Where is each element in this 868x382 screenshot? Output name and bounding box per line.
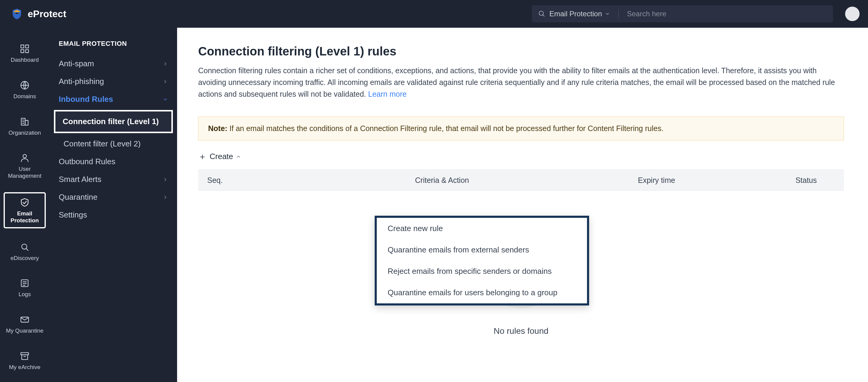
- globe-icon: [19, 79, 31, 91]
- svg-rect-12: [25, 120, 28, 125]
- chevron-down-icon: [163, 97, 168, 102]
- search-group[interactable]: Email Protection: [532, 5, 833, 22]
- secnav-item-label: Settings: [59, 210, 87, 219]
- mail-block-icon: [19, 314, 31, 326]
- secnav-sub-content-filter[interactable]: Content filter (Level 2): [50, 135, 177, 153]
- secnav-sub-label: Connection filter (Level 1): [63, 117, 159, 126]
- create-dropdown: Create new rule Quarantine emails from e…: [375, 216, 589, 305]
- chevron-down-icon: [605, 11, 610, 16]
- rail-label: Logs: [19, 291, 31, 298]
- svg-point-1: [15, 13, 16, 14]
- plus-icon: ＋: [198, 152, 207, 161]
- secnav-item-smart-alerts[interactable]: Smart Alerts: [50, 171, 177, 188]
- rail-label: My eArchive: [9, 364, 41, 371]
- search-scope-label: Email Protection: [549, 10, 602, 18]
- secnav-item-antispam[interactable]: Anti-spam: [50, 55, 177, 72]
- page-description-text: Connection filtering rules contain a ric…: [198, 66, 835, 98]
- rail-label: Dashboard: [11, 57, 39, 64]
- brand-name: eProtect: [28, 8, 66, 20]
- logs-icon: [19, 277, 31, 289]
- create-menu-reject-senders[interactable]: Reject emails from specific senders or d…: [377, 261, 587, 282]
- rail-item-user-management[interactable]: User Management: [4, 149, 46, 182]
- rail-item-dashboard[interactable]: Dashboard: [4, 40, 46, 66]
- divider: [618, 9, 619, 19]
- secnav-item-inbound-rules[interactable]: Inbound Rules: [50, 90, 177, 108]
- svg-rect-24: [21, 353, 29, 355]
- chevron-up-icon: [236, 154, 241, 159]
- rail-label: Email Protection: [6, 210, 43, 224]
- building-icon: [19, 116, 31, 128]
- rail-label: eDiscovery: [10, 255, 39, 262]
- search-doc-icon: [19, 241, 31, 253]
- rail-label: Organization: [8, 129, 41, 137]
- svg-line-4: [543, 15, 545, 16]
- search-input[interactable]: [627, 10, 827, 18]
- table-header: Seq. Criteria & Action Expiry time Statu…: [198, 170, 844, 191]
- rail-nav: Dashboard Domains Organization User Mana…: [0, 28, 50, 382]
- chevron-right-icon: [163, 195, 168, 200]
- rail-item-logs[interactable]: Logs: [4, 274, 46, 301]
- user-icon: [19, 152, 31, 164]
- secnav-item-label: Quarantine: [59, 193, 98, 202]
- svg-line-18: [26, 248, 28, 251]
- rail-label: My Quarantine: [6, 327, 44, 334]
- secnav-item-quarantine[interactable]: Quarantine: [50, 188, 177, 206]
- archive-icon: [19, 350, 31, 362]
- th-expiry: Expiry time: [638, 176, 765, 185]
- chevron-right-icon: [163, 61, 168, 66]
- secnav-sub-label: Content filter (Level 2): [64, 139, 141, 148]
- note-text: If an email matches the conditions of a …: [229, 124, 663, 133]
- topbar: eProtect Email Protection: [0, 0, 868, 28]
- secnav-item-outbound-rules[interactable]: Outbound Rules: [50, 153, 177, 171]
- secnav-item-settings[interactable]: Settings: [50, 206, 177, 224]
- search-scope-dropdown[interactable]: Email Protection: [549, 10, 610, 18]
- note-label: Note:: [208, 124, 227, 133]
- svg-point-16: [23, 154, 26, 158]
- create-menu-new-rule[interactable]: Create new rule: [377, 218, 587, 239]
- chevron-right-icon: [163, 79, 168, 84]
- th-status: Status: [796, 176, 817, 185]
- rail-item-my-quarantine[interactable]: My Quarantine: [4, 311, 46, 337]
- svg-rect-7: [21, 50, 24, 53]
- secnav-item-label: Anti-phishing: [59, 77, 104, 86]
- secnav-item-label: Smart Alerts: [59, 175, 101, 184]
- search-icon: [538, 10, 545, 18]
- note-banner: Note: If an email matches the conditions…: [198, 117, 844, 140]
- rail-label: Domains: [13, 93, 36, 100]
- secondary-nav-title: EMAIL PROTECTION: [50, 37, 177, 55]
- secondary-nav: EMAIL PROTECTION Anti-spam Anti-phishing…: [50, 28, 177, 382]
- brand: eProtect: [11, 8, 66, 20]
- dashboard-icon: [19, 43, 31, 55]
- create-button[interactable]: ＋ Create: [198, 149, 844, 164]
- create-menu-quarantine-external[interactable]: Quarantine emails from external senders: [377, 239, 587, 261]
- learn-more-link[interactable]: Learn more: [368, 90, 407, 98]
- create-label: Create: [210, 152, 233, 161]
- svg-point-2: [18, 13, 19, 14]
- secnav-item-label: Anti-spam: [59, 59, 94, 68]
- rail-item-domains[interactable]: Domains: [4, 76, 46, 103]
- rail-label: User Management: [5, 166, 44, 180]
- secnav-sub-connection-filter[interactable]: Connection filter (Level 1): [54, 110, 173, 133]
- secnav-item-label: Outbound Rules: [59, 157, 115, 166]
- brand-logo-icon: [11, 8, 23, 20]
- svg-rect-6: [26, 45, 29, 48]
- create-menu-quarantine-group[interactable]: Quarantine emails for users belonging to…: [377, 282, 587, 303]
- chevron-right-icon: [163, 177, 168, 182]
- main-content: Connection filtering (Level 1) rules Con…: [177, 28, 868, 382]
- th-criteria: Criteria & Action: [415, 176, 626, 185]
- shield-icon: [19, 197, 31, 208]
- rail-item-email-protection[interactable]: Email Protection: [4, 192, 46, 228]
- svg-rect-5: [21, 45, 24, 48]
- secnav-item-antiphishing[interactable]: Anti-phishing: [50, 72, 177, 90]
- rail-item-organization[interactable]: Organization: [4, 113, 46, 140]
- rail-item-my-earchive[interactable]: My eArchive: [4, 347, 46, 374]
- svg-rect-8: [26, 50, 29, 53]
- svg-point-3: [539, 11, 543, 16]
- th-seq: Seq.: [207, 176, 234, 185]
- rail-item-ediscovery[interactable]: eDiscovery: [4, 238, 46, 265]
- empty-text: No rules found: [494, 326, 549, 336]
- svg-rect-23: [21, 317, 29, 322]
- avatar[interactable]: [845, 7, 860, 21]
- page-title: Connection filtering (Level 1) rules: [198, 45, 844, 58]
- page-description: Connection filtering rules contain a ric…: [198, 65, 844, 100]
